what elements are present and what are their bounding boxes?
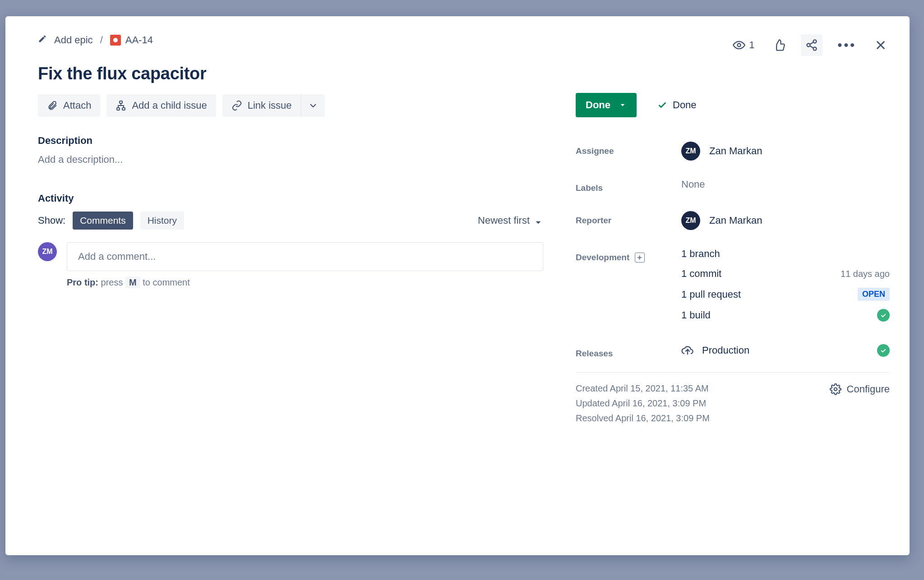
status-dropdown[interactable]: Done (576, 93, 637, 117)
close-button[interactable] (872, 36, 890, 54)
dev-commit: 1 commit (681, 268, 721, 280)
like-button[interactable] (770, 36, 788, 54)
dev-branch: 1 branch (681, 248, 720, 260)
dev-commit-row[interactable]: 1 commit 11 days ago (681, 268, 890, 280)
svg-line-4 (810, 42, 813, 45)
dev-pr: 1 pull request (681, 289, 741, 300)
meta-dates: Created April 15, 2021, 11:35 AM Updated… (576, 383, 710, 423)
created-date: Created April 15, 2021, 11:35 AM (576, 383, 710, 394)
issue-key-link[interactable]: AA-14 (110, 34, 153, 46)
dev-build: 1 build (681, 309, 711, 321)
issue-actions: Attach Add a child issue Link issue (38, 94, 543, 117)
issue-main: Add epic / AA-14 Fix the flux capacitor … (5, 16, 576, 555)
configure-button[interactable]: Configure (830, 383, 890, 395)
meta-row: Created April 15, 2021, 11:35 AM Updated… (576, 383, 890, 423)
activity-label: Activity (38, 193, 543, 204)
reporter-label: Reporter (576, 211, 681, 226)
arrow-down-icon (533, 216, 543, 226)
activity-controls: Show: Comments History Newest first (38, 212, 543, 230)
watch-count: 1 (749, 39, 754, 51)
svg-point-2 (807, 44, 810, 47)
releases-field[interactable]: Releases Production (576, 344, 890, 359)
status-row: Done Done (576, 93, 890, 117)
dots-icon: ••• (838, 38, 856, 52)
reporter-name: Zan Markan (709, 215, 762, 226)
child-issue-icon (116, 100, 126, 111)
more-actions-button[interactable]: ••• (835, 35, 859, 55)
attach-button[interactable]: Attach (38, 94, 100, 117)
svg-rect-8 (120, 101, 122, 103)
release-success-icon (877, 344, 890, 357)
activity-tabs: Show: Comments History (38, 212, 184, 230)
comment-protip: Pro tip: press M to comment (67, 277, 543, 288)
chevron-down-icon (619, 101, 627, 109)
reporter-field[interactable]: Reporter ZM Zan Markan (576, 211, 890, 230)
resolution-indicator: Done (657, 99, 697, 111)
sort-button[interactable]: Newest first (478, 215, 543, 226)
dev-commit-time: 11 days ago (841, 269, 890, 279)
current-user-avatar: ZM (38, 242, 57, 261)
sort-label: Newest first (478, 215, 530, 226)
issue-key-text: AA-14 (125, 34, 153, 46)
updated-date: Updated April 16, 2021, 3:09 PM (576, 398, 710, 409)
protip-key: M (125, 276, 140, 288)
link-issue-chevron[interactable] (301, 94, 325, 117)
attach-label: Attach (63, 100, 91, 111)
add-epic-link[interactable]: Add epic (54, 34, 93, 46)
add-child-label: Add a child issue (132, 100, 207, 111)
dev-branch-row[interactable]: 1 branch (681, 248, 890, 260)
comment-input[interactable]: Add a comment... (67, 242, 543, 271)
eye-icon (733, 39, 745, 51)
link-icon (231, 100, 242, 111)
labels-label: Labels (576, 179, 681, 193)
plus-icon[interactable]: + (635, 253, 645, 262)
paperclip-icon (47, 100, 58, 111)
issue-modal: 1 ••• Add epic / AA-14 Fix the flux (5, 16, 910, 555)
close-icon (874, 39, 887, 51)
resolved-date: Resolved April 16, 2021, 3:09 PM (576, 413, 710, 423)
status-label: Done (586, 99, 610, 111)
resolution-text: Done (673, 99, 697, 111)
link-issue-label: Link issue (248, 100, 292, 111)
development-label: Development + (576, 248, 681, 262)
configure-label: Configure (847, 383, 890, 395)
svg-rect-10 (122, 108, 125, 110)
divider (576, 372, 890, 373)
development-field: Development + 1 branch 1 commit 11 days … (576, 248, 890, 322)
releases-label: Releases (576, 344, 681, 359)
svg-point-3 (813, 47, 816, 51)
labels-value: None (681, 179, 890, 190)
issue-summary[interactable]: Fix the flux capacitor (38, 64, 543, 83)
modal-top-actions: 1 ••• (730, 34, 890, 56)
dev-build-row[interactable]: 1 build (681, 309, 890, 322)
build-success-icon (877, 309, 890, 322)
protip-text-b: to comment (143, 277, 189, 287)
description-label: Description (38, 135, 543, 147)
assignee-name: Zan Markan (709, 145, 762, 157)
svg-point-1 (813, 40, 816, 43)
dev-pr-row[interactable]: 1 pull request OPEN (681, 288, 890, 301)
show-label: Show: (38, 215, 65, 226)
watch-button[interactable]: 1 (730, 36, 757, 54)
release-name: Production (702, 345, 749, 356)
description-field[interactable]: Add a description... (38, 154, 543, 166)
tab-comments[interactable]: Comments (73, 212, 133, 230)
breadcrumb: Add epic / AA-14 (38, 34, 543, 46)
share-button[interactable] (801, 34, 822, 56)
pencil-icon (38, 34, 47, 46)
thumbs-up-icon (773, 39, 785, 51)
add-child-issue-button[interactable]: Add a child issue (106, 94, 216, 117)
chevron-down-icon (308, 100, 319, 111)
svg-rect-9 (117, 108, 120, 110)
link-issue-button[interactable]: Link issue (222, 94, 301, 117)
labels-field[interactable]: Labels None (576, 179, 890, 193)
issue-side: Done Done Assignee ZM Zan Markan Labels … (576, 16, 910, 555)
link-issue-split: Link issue (222, 94, 325, 117)
svg-point-0 (738, 44, 741, 47)
share-icon (805, 39, 818, 51)
assignee-field[interactable]: Assignee ZM Zan Markan (576, 142, 890, 161)
tab-history[interactable]: History (140, 212, 184, 230)
protip-lead: Pro tip: (67, 277, 98, 287)
svg-point-11 (834, 388, 837, 391)
details-fields: Assignee ZM Zan Markan Labels None Repor… (576, 142, 890, 359)
